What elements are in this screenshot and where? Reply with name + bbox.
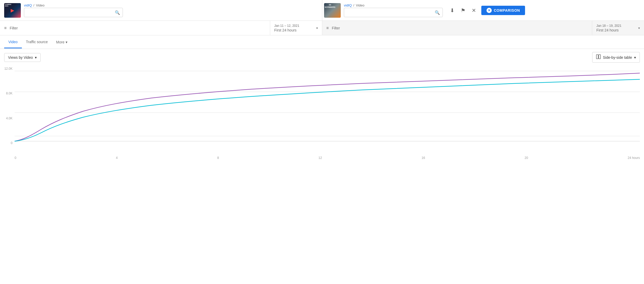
chart-toolbar: Views by Video ▾ Side-by-side table ▾	[0, 49, 644, 66]
tab-video[interactable]: Video	[4, 36, 22, 48]
video-search-input-2[interactable]: How to Get Your First 100 Sub...	[347, 10, 433, 15]
video-search-box-2[interactable]: How to Get Your First 100 Sub... 🔍	[344, 8, 443, 17]
views-dropdown-label: Views by Video	[8, 55, 33, 60]
views-dropdown-arrow: ▾	[35, 55, 37, 60]
date-range-right: Jan 18 – 19, 2021	[596, 24, 621, 28]
date-range-left: Jan 11 – 12, 2021	[274, 24, 299, 28]
tab-more-arrow: ▾	[66, 40, 67, 44]
search-icon-1[interactable]: 🔍	[115, 10, 120, 15]
filter-section-right: ≡ Filter	[322, 21, 592, 35]
tab-more[interactable]: More ▾	[52, 36, 72, 48]
breadcrumb-sep-2: /	[353, 3, 354, 7]
comparison-button[interactable]: ✕ COMPARISON	[481, 6, 525, 15]
filter-icon-right: ≡	[326, 26, 329, 30]
breadcrumb-section-1: Video	[36, 3, 45, 7]
chart-svg	[15, 66, 640, 154]
search-icon-2[interactable]: 🔍	[435, 10, 440, 15]
date-section-left[interactable]: Jan 11 – 12, 2021 First 24 hours ▾	[270, 21, 322, 35]
table-view-button[interactable]: Side-by-side table ▾	[592, 52, 640, 63]
x-axis: 0 4 8 12 16 20 24 hours	[15, 155, 640, 160]
breadcrumb-section-2: Video	[356, 3, 364, 7]
y-label-12k: 12.0K	[4, 67, 12, 70]
chart-svg-container: 0 4 8 12 16 20 24 hours	[15, 66, 640, 160]
tab-more-label: More	[56, 40, 65, 44]
video-search-box-1[interactable]: How to Start a YouTube Gaming Channel in…	[24, 8, 123, 17]
x-label-24h: 24 hours	[628, 156, 640, 160]
video-meta-2: vidIQ / Video How to Get Your First 100 …	[344, 3, 443, 17]
filter-section-left: ≡ Filter	[0, 21, 270, 35]
x-label-0: 0	[15, 156, 16, 160]
x-label-4: 4	[116, 156, 118, 160]
video-search-input-1[interactable]: How to Start a YouTube Gaming Channel in…	[27, 10, 113, 15]
breadcrumb-sep-1: /	[33, 3, 34, 7]
y-axis: 12.0K 8.0K 4.0K 0	[0, 66, 15, 154]
breadcrumb-1: vidIQ / Video	[24, 3, 123, 7]
x-label-12: 12	[319, 156, 322, 160]
video-thumbnail-1: GAMING2021	[4, 3, 21, 18]
date-info-left: Jan 11 – 12, 2021 First 24 hours	[274, 24, 299, 32]
x-label-20: 20	[525, 156, 528, 160]
filter-icon-left: ≡	[4, 26, 7, 30]
chart-line-cyan	[15, 79, 640, 141]
tab-traffic-source[interactable]: Traffic source	[22, 36, 52, 48]
filter-bar: ≡ Filter Jan 11 – 12, 2021 First 24 hour…	[0, 21, 644, 35]
breadcrumb-2: vidIQ / Video	[344, 3, 443, 7]
download-button[interactable]: ⬇	[449, 6, 456, 15]
y-label-4k: 4.0K	[6, 117, 12, 120]
date-dropdown-arrow-left: ▾	[316, 26, 318, 30]
flag-button[interactable]: ⚑	[460, 6, 466, 15]
date-label-right: First 24 hours	[596, 28, 621, 32]
filter-label-left: Filter	[10, 26, 18, 30]
comparison-x-icon: ✕	[487, 8, 492, 13]
y-label-8k: 8.0K	[6, 92, 12, 95]
header-actions: ⬇ ⚑ ✕ ✕ COMPARISON	[449, 6, 525, 15]
chart-wrapper: 12.0K 8.0K 4.0K 0 0 4 8 12 16 20 24	[0, 66, 644, 160]
x-label-8: 8	[217, 156, 219, 160]
vidiq-brand-link-2[interactable]: vidIQ	[344, 3, 352, 7]
chart-line-purple	[15, 73, 640, 141]
table-view-arrow: ▾	[634, 55, 636, 60]
x-label-16: 16	[421, 156, 425, 160]
date-section-right[interactable]: Jan 18 – 19, 2021 First 24 hours ▾	[592, 21, 644, 35]
video-meta-1: vidIQ / Video How to Start a YouTube Gam…	[24, 3, 123, 17]
vidiq-brand-link-1[interactable]: vidIQ	[24, 3, 32, 7]
views-dropdown[interactable]: Views by Video ▾	[4, 53, 41, 62]
video-thumbnail-2: 00SCRIBERS	[324, 3, 341, 18]
date-info-right: Jan 18 – 19, 2021 First 24 hours	[596, 24, 621, 32]
table-view-icon	[596, 54, 601, 60]
date-label-left: First 24 hours	[274, 28, 299, 32]
filter-label-right: Filter	[332, 26, 340, 30]
svg-rect-1	[599, 55, 601, 59]
table-view-label: Side-by-side table	[603, 55, 632, 60]
close-button[interactable]: ✕	[471, 6, 477, 15]
tabs-bar: Video Traffic source More ▾	[0, 35, 644, 49]
svg-rect-0	[596, 55, 598, 59]
date-dropdown-arrow-right: ▾	[638, 26, 640, 30]
y-label-0: 0	[11, 141, 12, 145]
comparison-label: COMPARISON	[494, 8, 520, 12]
